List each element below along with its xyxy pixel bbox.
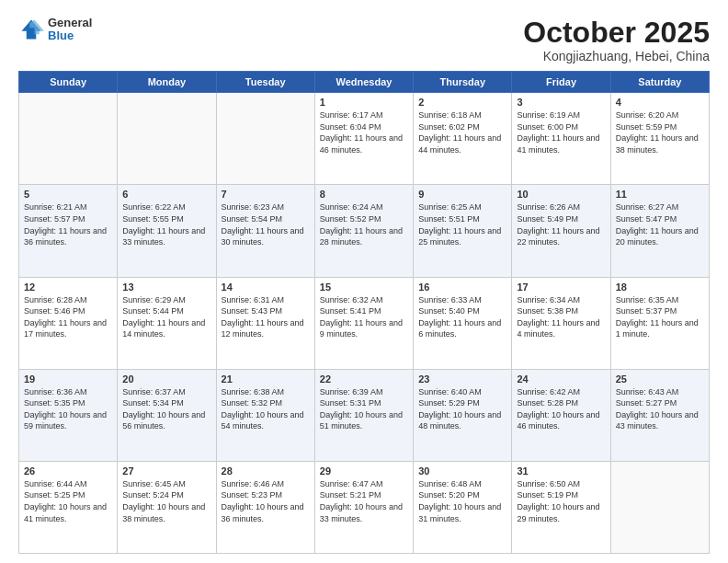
day-number: 3 [517, 97, 605, 108]
subtitle: Kongjiazhuang, Hebei, China [523, 49, 710, 63]
day-info: Sunrise: 6:32 AMSunset: 5:41 PMDaylight:… [320, 294, 408, 340]
logo-blue: Blue [48, 29, 92, 42]
day-number: 1 [320, 97, 408, 108]
day-info: Sunrise: 6:25 AMSunset: 5:51 PMDaylight:… [418, 201, 506, 247]
day-info: Sunrise: 6:45 AMSunset: 5:24 PMDaylight:… [122, 478, 210, 524]
calendar-cell: 26Sunrise: 6:44 AMSunset: 5:25 PMDayligh… [19, 461, 118, 553]
day-header-friday: Friday [512, 72, 610, 93]
calendar-cell: 5Sunrise: 6:21 AMSunset: 5:57 PMDaylight… [19, 185, 118, 277]
day-info: Sunrise: 6:21 AMSunset: 5:57 PMDaylight:… [24, 201, 112, 247]
day-info: Sunrise: 6:28 AMSunset: 5:46 PMDaylight:… [24, 294, 112, 340]
day-info: Sunrise: 6:29 AMSunset: 5:44 PMDaylight:… [122, 294, 210, 340]
day-number: 5 [24, 189, 112, 200]
day-info: Sunrise: 6:19 AMSunset: 6:00 PMDaylight:… [517, 109, 605, 155]
calendar-cell: 16Sunrise: 6:33 AMSunset: 5:40 PMDayligh… [414, 277, 512, 369]
day-header-monday: Monday [118, 72, 216, 93]
day-info: Sunrise: 6:46 AMSunset: 5:23 PMDaylight:… [222, 478, 310, 524]
logo-general: General [48, 17, 92, 29]
day-info: Sunrise: 6:39 AMSunset: 5:31 PMDaylight:… [320, 386, 408, 432]
day-number: 8 [320, 189, 408, 200]
day-info: Sunrise: 6:50 AMSunset: 5:19 PMDaylight:… [517, 478, 605, 524]
calendar-week-row: 1Sunrise: 6:17 AMSunset: 6:04 PMDaylight… [19, 93, 710, 185]
day-info: Sunrise: 6:20 AMSunset: 5:59 PMDaylight:… [616, 109, 704, 155]
calendar-week-row: 5Sunrise: 6:21 AMSunset: 5:57 PMDaylight… [19, 185, 710, 277]
logo: General Blue [18, 17, 92, 43]
calendar-cell [610, 461, 709, 553]
day-info: Sunrise: 6:22 AMSunset: 5:55 PMDaylight:… [122, 201, 210, 247]
day-info: Sunrise: 6:43 AMSunset: 5:27 PMDaylight:… [616, 386, 704, 432]
calendar-cell: 28Sunrise: 6:46 AMSunset: 5:23 PMDayligh… [216, 461, 314, 553]
calendar-table: SundayMondayTuesdayWednesdayThursdayFrid… [18, 71, 710, 554]
calendar-week-row: 26Sunrise: 6:44 AMSunset: 5:25 PMDayligh… [19, 461, 710, 553]
calendar-cell: 15Sunrise: 6:32 AMSunset: 5:41 PMDayligh… [314, 277, 413, 369]
calendar-header-row: SundayMondayTuesdayWednesdayThursdayFrid… [19, 72, 710, 93]
calendar-cell: 11Sunrise: 6:27 AMSunset: 5:47 PMDayligh… [610, 185, 709, 277]
day-number: 30 [418, 465, 506, 477]
calendar-cell [216, 93, 314, 185]
calendar-cell: 18Sunrise: 6:35 AMSunset: 5:37 PMDayligh… [610, 277, 709, 369]
day-number: 15 [320, 282, 408, 293]
day-number: 4 [616, 97, 704, 108]
calendar-week-row: 12Sunrise: 6:28 AMSunset: 5:46 PMDayligh… [19, 277, 710, 369]
calendar-cell: 9Sunrise: 6:25 AMSunset: 5:51 PMDaylight… [414, 185, 512, 277]
day-number: 31 [517, 465, 605, 477]
calendar-week-row: 19Sunrise: 6:36 AMSunset: 5:35 PMDayligh… [19, 369, 710, 461]
day-number: 7 [222, 189, 310, 200]
day-number: 27 [122, 465, 210, 477]
day-number: 6 [122, 189, 210, 200]
calendar-cell [19, 93, 118, 185]
calendar-cell: 30Sunrise: 6:48 AMSunset: 5:20 PMDayligh… [414, 461, 512, 553]
calendar-cell: 22Sunrise: 6:39 AMSunset: 5:31 PMDayligh… [314, 369, 413, 461]
day-number: 23 [418, 373, 506, 385]
title-block: October 2025 Kongjiazhuang, Hebei, China [523, 17, 710, 63]
calendar-cell: 17Sunrise: 6:34 AMSunset: 5:38 PMDayligh… [512, 277, 610, 369]
day-number: 21 [222, 373, 310, 385]
page: General Blue October 2025 Kongjiazhuang,… [0, 0, 728, 563]
day-number: 22 [320, 373, 408, 385]
day-info: Sunrise: 6:48 AMSunset: 5:20 PMDaylight:… [418, 478, 506, 524]
day-header-saturday: Saturday [610, 72, 709, 93]
header: General Blue October 2025 Kongjiazhuang,… [18, 17, 710, 63]
calendar-cell: 2Sunrise: 6:18 AMSunset: 6:02 PMDaylight… [414, 93, 512, 185]
day-header-sunday: Sunday [19, 72, 118, 93]
day-info: Sunrise: 6:36 AMSunset: 5:35 PMDaylight:… [24, 386, 112, 432]
day-header-wednesday: Wednesday [314, 72, 413, 93]
calendar-cell: 14Sunrise: 6:31 AMSunset: 5:43 PMDayligh… [216, 277, 314, 369]
calendar-cell: 12Sunrise: 6:28 AMSunset: 5:46 PMDayligh… [19, 277, 118, 369]
day-info: Sunrise: 6:40 AMSunset: 5:29 PMDaylight:… [418, 386, 506, 432]
logo-text: General Blue [48, 17, 92, 43]
calendar-cell: 31Sunrise: 6:50 AMSunset: 5:19 PMDayligh… [512, 461, 610, 553]
day-number: 29 [320, 465, 408, 477]
day-number: 19 [24, 373, 112, 385]
day-info: Sunrise: 6:35 AMSunset: 5:37 PMDaylight:… [616, 294, 704, 340]
day-info: Sunrise: 6:38 AMSunset: 5:32 PMDaylight:… [222, 386, 310, 432]
day-info: Sunrise: 6:42 AMSunset: 5:28 PMDaylight:… [517, 386, 605, 432]
day-number: 13 [122, 282, 210, 293]
day-number: 11 [616, 189, 704, 200]
day-number: 18 [616, 282, 704, 293]
day-number: 12 [24, 282, 112, 293]
day-info: Sunrise: 6:23 AMSunset: 5:54 PMDaylight:… [222, 201, 310, 247]
calendar-cell: 8Sunrise: 6:24 AMSunset: 5:52 PMDaylight… [314, 185, 413, 277]
day-info: Sunrise: 6:33 AMSunset: 5:40 PMDaylight:… [418, 294, 506, 340]
day-info: Sunrise: 6:24 AMSunset: 5:52 PMDaylight:… [320, 201, 408, 247]
calendar-cell: 1Sunrise: 6:17 AMSunset: 6:04 PMDaylight… [314, 93, 413, 185]
month-title: October 2025 [523, 17, 710, 49]
calendar-cell: 20Sunrise: 6:37 AMSunset: 5:34 PMDayligh… [118, 369, 216, 461]
day-number: 24 [517, 373, 605, 385]
day-number: 9 [418, 189, 506, 200]
day-number: 10 [517, 189, 605, 200]
day-info: Sunrise: 6:37 AMSunset: 5:34 PMDaylight:… [122, 386, 210, 432]
day-number: 28 [222, 465, 310, 477]
day-info: Sunrise: 6:44 AMSunset: 5:25 PMDaylight:… [24, 478, 112, 524]
day-number: 2 [418, 97, 506, 108]
calendar-cell: 21Sunrise: 6:38 AMSunset: 5:32 PMDayligh… [216, 369, 314, 461]
calendar-cell: 25Sunrise: 6:43 AMSunset: 5:27 PMDayligh… [610, 369, 709, 461]
calendar-cell: 13Sunrise: 6:29 AMSunset: 5:44 PMDayligh… [118, 277, 216, 369]
calendar-cell: 29Sunrise: 6:47 AMSunset: 5:21 PMDayligh… [314, 461, 413, 553]
logo-icon [18, 17, 44, 42]
calendar-cell: 10Sunrise: 6:26 AMSunset: 5:49 PMDayligh… [512, 185, 610, 277]
day-info: Sunrise: 6:31 AMSunset: 5:43 PMDaylight:… [222, 294, 310, 340]
day-info: Sunrise: 6:18 AMSunset: 6:02 PMDaylight:… [418, 109, 506, 155]
day-header-thursday: Thursday [414, 72, 512, 93]
